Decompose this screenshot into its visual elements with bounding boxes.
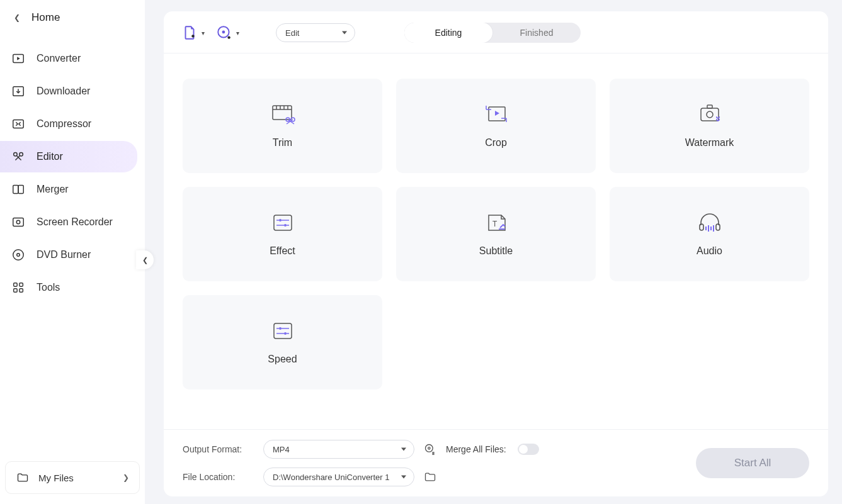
tab-finished[interactable]: Finished [492,23,581,43]
card-crop-label: Crop [485,137,507,148]
tab-editing[interactable]: Editing [404,23,492,43]
edit-type-select[interactable]: Edit [276,23,355,42]
chevron-right-icon: ❯ [123,473,129,482]
merge-toggle[interactable] [518,444,539,455]
my-files-button[interactable]: My Files ❯ [5,461,140,494]
svg-rect-14 [14,289,18,293]
tools-icon [11,281,25,294]
sidebar-item-label: Downloader [37,86,90,97]
svg-point-27 [279,219,282,221]
card-effect-label: Effect [270,245,295,257]
svg-point-10 [13,250,24,260]
card-watermark-label: Watermark [685,137,734,148]
svg-rect-8 [13,218,24,227]
compressor-icon [11,117,25,131]
svg-rect-15 [20,289,23,293]
sidebar-item-label: Screen Recorder [37,216,113,228]
sidebar-item-compressor[interactable]: Compressor [0,108,137,140]
start-all-label: Start All [734,457,771,469]
sidebar-item-label: Converter [37,53,81,64]
sidebar-item-editor[interactable]: Editor [0,141,137,172]
editor-icon [11,150,25,164]
sidebar-item-tools[interactable]: Tools [0,272,137,303]
sidebar-item-label: Tools [37,282,60,293]
output-settings-button[interactable] [421,443,440,456]
svg-rect-13 [20,283,23,287]
svg-point-33 [279,327,282,330]
card-effect[interactable]: Effect [183,187,382,281]
svg-text:T: T [492,220,498,228]
sidebar-item-converter[interactable]: Converter [0,43,137,74]
speed-icon [269,320,297,342]
card-crop[interactable]: Crop [396,79,596,173]
trim-icon [269,103,297,126]
svg-point-28 [284,224,287,227]
add-file-button[interactable]: ▾ [181,25,205,41]
svg-rect-6 [13,186,18,194]
toolbar: ▾ ▾ Edit Editing Finished [164,11,828,53]
card-speed-label: Speed [268,354,297,365]
chevron-down-icon: ▾ [202,30,205,36]
downloader-icon [11,84,25,98]
home-label: Home [31,11,60,24]
svg-marker-22 [495,111,499,116]
card-audio[interactable]: Audio [610,187,809,281]
edit-type-value: Edit [285,28,299,38]
svg-point-9 [16,220,20,224]
svg-rect-12 [14,283,18,287]
sidebar-item-screen-recorder[interactable]: Screen Recorder [0,206,137,238]
merger-icon [11,182,25,196]
output-format-label: Output Format: [183,444,257,454]
add-disc-button[interactable]: ▾ [216,25,239,41]
sidebar-item-label: DVD Burner [37,249,91,260]
status-tabs: Editing Finished [404,23,581,43]
footer-bar: Output Format: MP4 Merge All Files: Star… [164,429,828,496]
sidebar-item-label: Merger [37,184,69,195]
back-icon: ❮ [14,13,20,22]
svg-point-34 [284,332,287,335]
svg-rect-30 [700,224,703,230]
merge-label: Merge All Files: [446,444,506,454]
sidebar-item-dvd-burner[interactable]: DVD Burner [0,239,137,271]
subtitle-icon: T [482,211,510,234]
output-format-select[interactable]: MP4 [263,440,414,459]
svg-rect-32 [274,323,292,339]
home-button[interactable]: ❮ Home [0,0,145,35]
card-trim[interactable]: Trim [183,79,382,173]
svg-point-17 [222,31,225,34]
output-format-value: MP4 [273,445,290,454]
svg-rect-26 [274,215,292,230]
sidebar-item-downloader[interactable]: Downloader [0,76,137,107]
chevron-left-icon: ❮ [142,256,148,264]
svg-marker-1 [17,57,20,60]
chevron-down-icon: ▾ [236,30,239,36]
converter-icon [11,52,25,65]
card-audio-label: Audio [697,245,722,257]
crop-icon [482,103,510,126]
card-watermark[interactable]: Watermark [610,79,809,173]
editor-panel: ▾ ▾ Edit Editing Finished [164,11,828,496]
screen-recorder-icon [11,215,25,229]
add-file-icon [181,25,198,41]
tab-finished-label: Finished [520,28,554,38]
svg-rect-31 [716,224,720,230]
dvd-burner-icon [11,248,25,262]
svg-rect-7 [18,186,23,194]
file-location-label: File Location: [183,472,257,482]
card-subtitle[interactable]: T Subtitle [396,187,596,281]
sidebar-item-merger[interactable]: Merger [0,174,137,205]
card-trim-label: Trim [273,137,292,148]
my-files-label: My Files [38,473,74,483]
add-disc-icon [216,25,232,41]
card-speed[interactable]: Speed [183,295,382,389]
file-location-select[interactable]: D:\Wondershare UniConverter 1 [263,468,414,486]
svg-rect-23 [701,108,719,121]
open-folder-button[interactable] [421,471,440,483]
svg-point-36 [428,447,430,449]
main-area: ▾ ▾ Edit Editing Finished [145,0,842,504]
sidebar-item-label: Compressor [37,118,91,130]
sidebar: ❮ Home Converter Downloader Compressor [0,0,145,504]
start-all-button[interactable]: Start All [696,448,809,478]
svg-rect-25 [707,105,712,108]
card-subtitle-label: Subtitle [479,245,513,257]
